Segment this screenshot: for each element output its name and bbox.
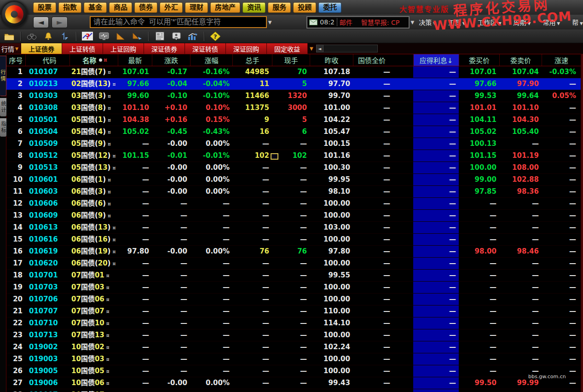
scroll-left-icon[interactable]: ◄ xyxy=(316,45,323,52)
table-row[interactable]: 1301060906国债(9)¤—————100.00————— xyxy=(6,210,581,222)
table-row[interactable]: 2701900610国债06¤—-0.000.00%——99.43——99.50… xyxy=(6,377,581,389)
command-input[interactable] xyxy=(90,16,267,28)
menu-button-股票[interactable]: 股票 xyxy=(33,2,56,13)
table-row[interactable]: 701050905国债(9)¤—-0.000.00%——100.15——100.… xyxy=(6,138,581,150)
scroll-track[interactable] xyxy=(323,45,378,52)
cell-spd: — xyxy=(542,114,581,126)
status-mail-link[interactable]: 邮件 xyxy=(340,17,352,27)
tab-上证转债[interactable]: 上证转债 xyxy=(62,43,103,54)
analyst-icon[interactable] xyxy=(171,31,182,41)
menubar-item-帮[interactable]: 帮 ▼ xyxy=(572,17,583,27)
header-last[interactable]: 最新 xyxy=(118,54,152,66)
menubar-item-决策[interactable]: 决策 ▼ xyxy=(419,17,436,27)
tab-深证回购[interactable]: 深证回购 xyxy=(226,43,267,54)
table-row[interactable]: 2301071307国债13¤—————100.00————— xyxy=(6,329,581,341)
command-dropdown-icon[interactable]: ▼ xyxy=(268,20,272,25)
tab-深证债券[interactable]: 深证债券 xyxy=(144,43,185,54)
header-ask[interactable]: 委卖价 xyxy=(499,54,542,66)
quote-corner-label[interactable]: 行情▼ xyxy=(0,43,21,54)
table-row[interactable]: 1001060106国债(1)¤—-0.000.00%——99.95——99.0… xyxy=(6,174,581,186)
table-row[interactable]: 801051205国债(12)¤101.15-0.01-0.01%1021021… xyxy=(6,150,581,162)
menu-button-债券[interactable]: 债券 xyxy=(134,2,157,13)
chevron-down-icon: ▼ xyxy=(432,21,436,26)
table-row[interactable]: 1101060306国债(3)¤—-0.000.00%——98.10——97.8… xyxy=(6,186,581,198)
back-icon[interactable]: ◄ xyxy=(33,17,49,28)
table-row[interactable]: 901051305国债(13)¤—-0.000.00%——100.30——100… xyxy=(6,162,581,174)
table-row[interactable]: 1401061306国债(13)¤—————103.00————— xyxy=(6,222,581,234)
trend-chart-icon[interactable] xyxy=(187,31,198,41)
menu-button-商品[interactable]: 商品 xyxy=(109,2,132,13)
table-row[interactable]: 2401900210国债02¤—————102.24————— xyxy=(6,341,581,353)
binoculars-icon[interactable] xyxy=(26,31,37,41)
menu-button-投顾[interactable]: 投顾 xyxy=(293,2,316,13)
menu-button-基金[interactable]: 基金 xyxy=(84,2,107,13)
table-row[interactable]: 501050105国债(1)¤104.38+0.160.15%95104.22—… xyxy=(6,114,581,126)
header-cur[interactable]: 现手 xyxy=(272,54,310,66)
tabs-dropdown-icon[interactable]: ▼ xyxy=(308,43,315,54)
table-row[interactable]: 2001070607国债06¤—————100.00————— xyxy=(6,294,581,306)
table-row[interactable]: 2201071007国债10¤—————114.10————— xyxy=(6,317,581,329)
header-vol[interactable]: 总手 xyxy=(232,54,272,66)
table-row[interactable]: 201021302国债(13)¤97.66-0.04-0.04%11597.70… xyxy=(6,78,581,90)
menu-button-指数[interactable]: 指数 xyxy=(58,2,81,13)
tab-上证回购[interactable]: 上证回购 xyxy=(103,43,144,54)
table-row[interactable]: 1201060606国债(6)¤—————100.00————— xyxy=(6,198,581,210)
menubar-item-周期[interactable]: 周期 ▼ xyxy=(514,17,531,27)
cell-bid: — xyxy=(459,270,499,281)
table-row[interactable]: 2101070707国债07¤—————110.00————— xyxy=(6,306,581,317)
bell-icon[interactable] xyxy=(43,31,54,41)
vertical-scrollbar[interactable] xyxy=(581,54,583,392)
header-seq[interactable]: 序号 xyxy=(6,54,25,66)
header-code[interactable]: 代码 xyxy=(25,54,69,66)
menu-button-理财[interactable]: 理财 xyxy=(185,2,208,13)
table-row[interactable]: 1801070107国债01¤—————99.55————— xyxy=(6,270,581,282)
header-full[interactable]: 国债全价 xyxy=(353,54,413,66)
table-row[interactable]: 2601900510国债05¤—————100.00————— xyxy=(6,365,581,377)
forward-icon[interactable]: ► xyxy=(52,17,67,28)
sidebar-tab-行情[interactable]: 行情 xyxy=(0,56,6,96)
menubar-item-常用[interactable]: 常用 ▼ xyxy=(543,17,560,27)
protractor-arrow-icon[interactable] xyxy=(132,31,143,41)
tab-上证债券[interactable]: 上证债券 xyxy=(21,43,62,54)
header-spd[interactable]: 涨速 xyxy=(542,54,581,66)
table-row[interactable]: 1701062006国债(20)¤—————100.00————— xyxy=(6,258,581,270)
menubar-item-工作区[interactable]: 工作区 ▼ xyxy=(478,17,502,27)
table-row[interactable]: 601050405国债(4)¤105.02-0.45-0.43%166105.4… xyxy=(6,126,581,138)
sort-arrows-icon[interactable] xyxy=(59,31,70,41)
header-prev[interactable]: 昨收 xyxy=(310,54,353,66)
table-row[interactable]: 2801900710国债07¤——————————— xyxy=(6,389,581,392)
menu-button-资讯[interactable]: 资讯 xyxy=(242,2,266,13)
header-pct[interactable]: 涨幅 xyxy=(190,54,232,66)
chart-question-icon[interactable]: ? xyxy=(82,31,93,41)
table-row[interactable]: 401030803国债(8)¤101.10+0.100.10%113753000… xyxy=(6,102,581,114)
app-logo-icon[interactable] xyxy=(1,1,28,28)
menu-button-房地产[interactable]: 房地产 xyxy=(210,2,240,13)
report-icon[interactable] xyxy=(154,31,165,41)
header-bid[interactable]: 委买价 xyxy=(459,54,499,66)
header-chg[interactable]: 涨跌 xyxy=(152,54,190,66)
menu-button-服务[interactable]: 服务 xyxy=(268,2,291,13)
help-icon[interactable]: ? xyxy=(210,31,221,41)
monitor-icon[interactable] xyxy=(98,31,110,41)
table-row[interactable]: 301030303国债(3)¤99.60-0.10-0.10%114661320… xyxy=(6,90,581,102)
sidebar-tab-指标[interactable]: 指标 xyxy=(0,118,6,137)
protractor-icon[interactable] xyxy=(115,31,126,41)
table-row[interactable]: 101010721国债(7)¤107.01-0.17-0.16%44985701… xyxy=(6,66,581,78)
table-row[interactable]: 1901070307国债03¤—————100.00————— xyxy=(6,282,581,294)
menu-button-委托[interactable]: 委托 xyxy=(318,2,341,13)
cell-name: 07国债07¤ xyxy=(69,306,118,317)
header-name[interactable]: 名称¤ xyxy=(69,54,118,66)
folder-icon[interactable] xyxy=(4,31,15,41)
menubar-item-工具[interactable]: 工具 ▼ xyxy=(448,17,466,27)
table-row[interactable]: 1601061906国债(19)¤97.80-0.000.00%767697.8… xyxy=(6,246,581,258)
header-int[interactable]: 应得利息↓ xyxy=(413,54,459,66)
sidebar-tab-统计[interactable]: 统计 xyxy=(0,98,6,116)
table-row[interactable]: 1501061606国债(16)¤—————100.00————— xyxy=(6,234,581,246)
tab-固定收益[interactable]: 固定收益 xyxy=(267,43,308,54)
status-dropdown-icon[interactable]: ▼ xyxy=(411,20,415,25)
mail-icon[interactable] xyxy=(309,19,317,25)
table-row[interactable]: 2501900310国债03¤—————100.00————— xyxy=(6,353,581,365)
status-report-link[interactable]: 智慧早报: CP xyxy=(361,17,399,27)
menu-button-外汇[interactable]: 外汇 xyxy=(160,2,183,13)
tab-深证转债[interactable]: 深证转债 xyxy=(185,43,226,54)
